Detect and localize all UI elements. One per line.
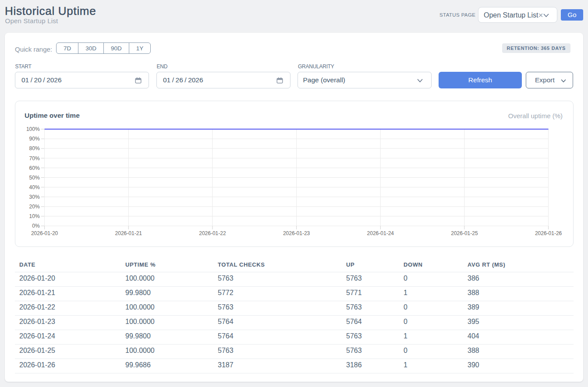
svg-text:2026-01-24: 2026-01-24 [367,230,394,236]
svg-text:2026-01-23: 2026-01-23 [283,230,310,236]
svg-text:30%: 30% [29,194,40,200]
svg-text:10%: 10% [29,213,40,219]
svg-text:2026-01-25: 2026-01-25 [451,230,478,236]
svg-text:70%: 70% [29,155,40,162]
svg-text:60%: 60% [29,165,40,171]
svg-text:50%: 50% [29,175,40,181]
svg-text:0%: 0% [32,223,40,229]
svg-text:40%: 40% [29,184,40,190]
svg-text:20%: 20% [29,204,40,210]
svg-text:2026-01-20: 2026-01-20 [31,230,58,236]
svg-text:100%: 100% [26,126,40,132]
svg-text:90%: 90% [29,136,40,142]
svg-text:2026-01-22: 2026-01-22 [199,230,226,236]
svg-text:80%: 80% [29,145,40,151]
svg-text:2026-01-26: 2026-01-26 [535,230,562,236]
svg-text:2026-01-21: 2026-01-21 [115,230,142,236]
